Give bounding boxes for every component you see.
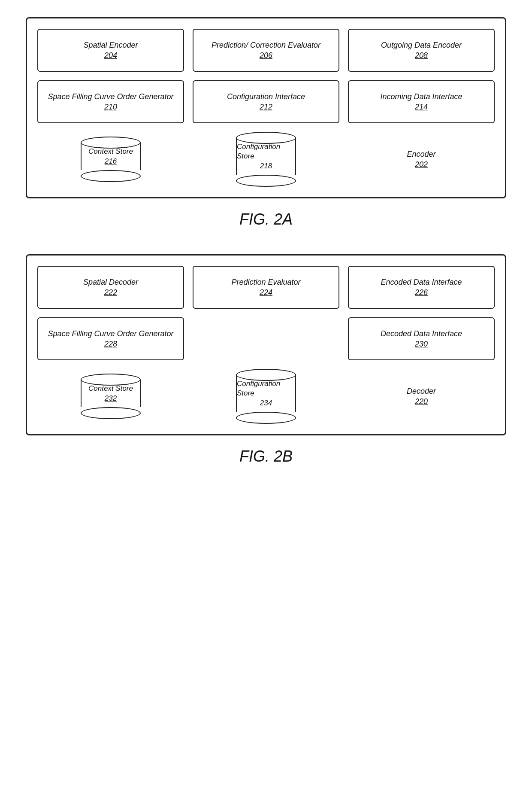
fig2b-row2-empty bbox=[193, 317, 339, 360]
encoded-data-interface-226: Encoded Data Interface 226 bbox=[348, 266, 495, 309]
context-store-232: Context Store 232 bbox=[37, 369, 184, 424]
fig2a-caption: FIG. 2A bbox=[239, 210, 293, 228]
fig2a-row2: Space Filling Curve Order Generator 210 … bbox=[37, 80, 495, 123]
fig2b-diagram: Spatial Decoder 222 Prediction Evaluator… bbox=[26, 254, 506, 483]
fig2a-outer-box: Spatial Encoder 204 Prediction/ Correcti… bbox=[26, 17, 506, 198]
decoded-data-interface-230: Decoded Data Interface 230 bbox=[348, 317, 495, 360]
space-filling-curve-228: Space Filling Curve Order Generator 228 bbox=[37, 317, 184, 360]
outgoing-data-encoder-208: Outgoing Data Encoder 208 bbox=[348, 29, 495, 72]
fig2a-row3: Context Store 216 Configuration Store 21… bbox=[37, 132, 495, 187]
fig2b-row1: Spatial Decoder 222 Prediction Evaluator… bbox=[37, 266, 495, 309]
fig2a-row1: Spatial Encoder 204 Prediction/ Correcti… bbox=[37, 29, 495, 72]
fig2b-row3: Context Store 232 Configuration Store 23… bbox=[37, 369, 495, 424]
configuration-store-234: Configuration Store 234 bbox=[193, 369, 339, 424]
configuration-store-218: Configuration Store 218 bbox=[193, 132, 339, 187]
configuration-interface-212: Configuration Interface 212 bbox=[193, 80, 339, 123]
fig2a-diagram: Spatial Encoder 204 Prediction/ Correcti… bbox=[26, 17, 506, 246]
fig2b-row2: Space Filling Curve Order Generator 228 … bbox=[37, 317, 495, 360]
space-filling-curve-210: Space Filling Curve Order Generator 210 bbox=[37, 80, 184, 123]
fig2b-outer-box: Spatial Decoder 222 Prediction Evaluator… bbox=[26, 254, 506, 435]
spatial-decoder-222: Spatial Decoder 222 bbox=[37, 266, 184, 309]
fig2b-caption: FIG. 2B bbox=[239, 447, 293, 465]
spatial-encoder-204: Spatial Encoder 204 bbox=[37, 29, 184, 72]
encoder-202-label: Encoder 202 bbox=[348, 132, 495, 187]
incoming-data-interface-214: Incoming Data Interface 214 bbox=[348, 80, 495, 123]
context-store-216: Context Store 216 bbox=[37, 132, 184, 187]
prediction-correction-evaluator-206: Prediction/ Correction Evaluator 206 bbox=[193, 29, 339, 72]
decoder-220-label: Decoder 220 bbox=[348, 369, 495, 424]
prediction-evaluator-224: Prediction Evaluator 224 bbox=[193, 266, 339, 309]
